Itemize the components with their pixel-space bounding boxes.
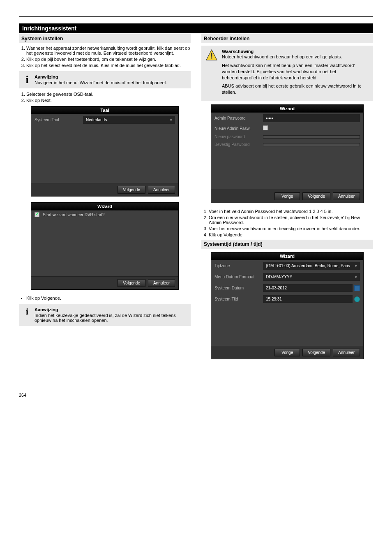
- info-icon: i: [23, 307, 31, 316]
- page-footer: 264: [19, 390, 373, 398]
- info-text: Navigeer in het menu 'Wizard' met de mui…: [35, 80, 167, 85]
- time-heading: Systeemtijd (datum / tijd): [201, 240, 373, 249]
- cancel-button[interactable]: Annuleer: [148, 186, 175, 194]
- warning-line: ABUS adviseert om bij het eerste gebruik…: [222, 83, 369, 95]
- page-number: 264: [19, 393, 26, 398]
- step: Voer het nieuwe wachtwoord in en bevesti…: [209, 226, 373, 231]
- warning-icon: [205, 49, 218, 62]
- left-bullets: Klik op Volgende.: [19, 296, 191, 301]
- date-format-select[interactable]: DD-MM-YYYY ▾: [263, 273, 360, 281]
- left-column: Systeem instellen Wanneer het apparaat z…: [19, 34, 191, 365]
- wizard-admin-dialog: Wizard Admin Paswoord ••••• Nieuw Admin …: [211, 104, 364, 203]
- bullet: Klik op Volgende.: [26, 296, 191, 301]
- confirm-password-input: [263, 143, 360, 146]
- timezone-select[interactable]: (GMT+01:00) Amsterdam, Berlin, Rome, Par…: [263, 262, 360, 270]
- step: Selecteer de gewenste OSD-taal.: [26, 92, 191, 97]
- step: Voer in het veld Admin Password het wach…: [209, 209, 373, 214]
- warning-box: Waarschuwing Noteer het wachtwoord en be…: [201, 46, 373, 101]
- svg-rect-2: [211, 58, 212, 59]
- right-column: Beheerder instellen Waarschuwing Noteer …: [201, 34, 373, 365]
- calendar-icon[interactable]: [354, 285, 360, 291]
- info-box-1: i Aanwijzing Navigeer in het menu 'Wizar…: [19, 71, 191, 88]
- field-label: Nieuw Admin Pasw.: [214, 126, 260, 131]
- next-button[interactable]: Volgende: [302, 192, 330, 200]
- step: Klik op Next.: [26, 98, 191, 103]
- left-steps-a: Wanneer het apparaat zonder netwerkaansl…: [19, 46, 191, 68]
- dialog-title: Taal: [31, 106, 178, 114]
- cancel-button[interactable]: Annuleer: [333, 192, 360, 200]
- dialog-title: Wizard: [211, 252, 363, 260]
- field-label: Admin Paswoord: [214, 116, 260, 120]
- system-time-input[interactable]: 15:29:31: [263, 295, 353, 303]
- wizard-start-dialog: Wizard Start wizzard wanneer DVR start? …: [31, 202, 179, 290]
- next-button[interactable]: Volgende: [118, 186, 145, 194]
- dialog-title: Wizard: [31, 203, 178, 210]
- cancel-button[interactable]: Annuleer: [148, 279, 175, 287]
- right-heading: Beheerder instellen: [201, 34, 373, 43]
- info-box-2: i Aanwijzing Indien het keuzevakje gedea…: [19, 304, 191, 326]
- top-divider: [19, 16, 373, 17]
- previous-button[interactable]: Vorige: [274, 192, 300, 200]
- field-label: Systeem Taal: [35, 118, 80, 122]
- field-label: Systeem Tijd: [214, 297, 260, 301]
- language-select[interactable]: Nederlands ▾: [83, 116, 175, 124]
- section-title: Inrichtingsassistent: [19, 23, 373, 33]
- svg-rect-1: [211, 53, 212, 56]
- cancel-button[interactable]: Annuleer: [333, 349, 360, 356]
- checkbox-label: Start wizzard wanneer DVR start?: [43, 213, 105, 217]
- field-label: Tijdzone: [214, 264, 260, 268]
- left-heading: Systeem instellen: [19, 34, 191, 43]
- warning-line: Noteer het wachtwoord en bewaar het op e…: [222, 54, 369, 60]
- info-text: Indien het keuzevakje gedeactiveerd is, …: [35, 313, 176, 323]
- wizard-time-dialog: Wizard Tijdzone (GMT+01:00) Amsterdam, B…: [211, 252, 364, 359]
- chevron-down-icon: ▾: [355, 275, 357, 279]
- next-button[interactable]: Volgende: [118, 279, 145, 287]
- info-icon: i: [23, 74, 31, 85]
- new-admin-password-checkbox[interactable]: [263, 125, 268, 130]
- field-label: Menu Datum Formaat: [214, 275, 260, 279]
- start-wizard-checkbox[interactable]: [35, 212, 39, 217]
- next-button[interactable]: Volgende: [302, 349, 330, 356]
- field-label: Systeem Datum: [214, 286, 260, 290]
- warning-line: Het wachtwoord kan niet met behulp van e…: [222, 62, 369, 81]
- right-steps: Voer in het veld Admin Password het wach…: [201, 209, 373, 237]
- step: Klik op het selectieveld met de muis. Ki…: [26, 63, 191, 68]
- system-date-input[interactable]: 21-03-2012: [263, 284, 353, 292]
- chevron-down-icon: ▾: [355, 264, 357, 268]
- step: Klik op Volgende.: [209, 232, 373, 237]
- field-label: Nieuw paswoord: [214, 134, 260, 139]
- dialog-title: Wizard: [211, 105, 363, 113]
- clock-icon[interactable]: [354, 296, 360, 302]
- step: Wanneer het apparaat zonder netwerkaansl…: [26, 46, 191, 56]
- info-title: Aanwijzing: [35, 307, 187, 312]
- chevron-down-icon: ▾: [170, 118, 172, 122]
- admin-password-input[interactable]: •••••: [263, 114, 360, 122]
- select-value: DD-MM-YYYY: [266, 275, 292, 279]
- select-value: Nederlands: [86, 118, 107, 122]
- warning-title: Waarschuwing: [222, 49, 254, 54]
- previous-button[interactable]: Vorige: [274, 349, 300, 356]
- new-password-input: [263, 135, 360, 139]
- step: Om een nieuw wachtwoord in te stellen, a…: [209, 215, 373, 225]
- select-value: (GMT+01:00) Amsterdam, Berlin, Rome, Par…: [266, 264, 350, 268]
- taal-dialog: Taal Systeem Taal Nederlands ▾ Volgende …: [31, 106, 179, 197]
- left-steps-b: Selecteer de gewenste OSD-taal. Klik op …: [19, 92, 191, 103]
- step: Klik op de pijl boven het toetsenbord, o…: [26, 57, 191, 62]
- info-title: Aanwijzing: [35, 74, 187, 79]
- field-label: Bevestig Paswoord: [214, 142, 260, 147]
